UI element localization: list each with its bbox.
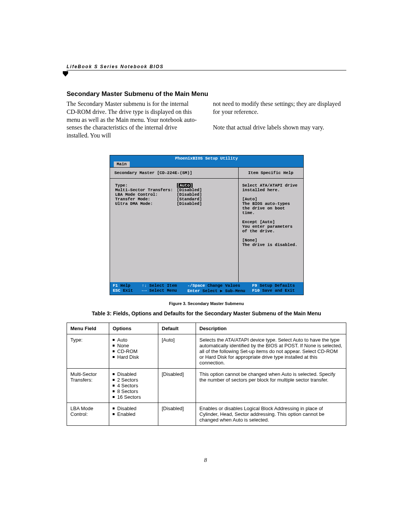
bios-footer-cell: ↑↓ Select Item (142, 283, 188, 288)
bios-param-value: [Standard] (177, 197, 202, 201)
option-item: CD-ROM (113, 348, 155, 354)
table-row: LBA Mode Control:DisabledEnabled[Disable… (67, 403, 346, 425)
th-options: Options (109, 323, 158, 334)
bios-param-row: Multi-Sector Transfers:[Disabled] (115, 188, 234, 192)
bios-sub-header: Secondary Master [CD-224E-(SM)] (110, 168, 238, 179)
bios-screenshot: PhoenixBIOS Setup Utility Main Secondary… (110, 155, 304, 295)
body-col-right: not need to modify these settings; they … (213, 100, 347, 140)
table-row: Multi-Sector Transfers:Disabled2 Sectors… (67, 368, 346, 403)
bios-param-label: Multi-Sector Transfers: (115, 188, 177, 192)
cell-default: [Auto] (158, 334, 196, 368)
bios-param-value: [Disabled] (177, 192, 202, 197)
bios-param-row: Ultra DMA Mode:[Disabled] (115, 201, 234, 206)
cell-default: [Disabled] (158, 368, 196, 403)
option-item: 2 Sectors (113, 377, 155, 383)
option-item: Disabled (113, 406, 155, 411)
th-default: Default (158, 323, 196, 334)
bios-footer-cell: ←→ Select Menu (142, 288, 188, 293)
running-head: LifeBook S Series Notebook BIOS (67, 64, 164, 69)
cell-menu-field: Multi-Sector Transfers: (67, 368, 109, 403)
bios-tab-bar: Main (110, 161, 303, 167)
options-table: Menu Field Options Default Description T… (67, 323, 346, 426)
cell-description: Selects the ATA/ATAPI device type. Selec… (196, 334, 346, 368)
body-col-left: The Secondary Master submenu is for the … (67, 100, 200, 140)
bios-footer-cell: F9 Setup Defaults (252, 283, 306, 288)
bios-param-value: [Auto] (177, 183, 193, 188)
cell-default: [Disabled] (158, 403, 196, 425)
section-title: Secondary Master Submenu of the Main Men… (67, 90, 346, 98)
bios-title: PhoenixBIOS Setup Utility (110, 155, 303, 161)
bios-footer-cell: F10 Save and Exit (252, 288, 306, 293)
page-number: 8 (0, 457, 411, 463)
bios-help-header: Item Specific Help (239, 168, 303, 179)
bios-footer-cell: -/Space Change Values (188, 283, 252, 288)
bios-param-label: Transfer Mode: (115, 197, 177, 201)
th-menu-field: Menu Field (67, 323, 109, 334)
bios-tab-main: Main (114, 161, 130, 167)
bios-param-row: LBA Mode Control:[Disabled] (115, 192, 234, 197)
option-item: Hard Disk (113, 354, 155, 360)
cell-options: DisabledEnabled (109, 403, 158, 425)
option-item: 4 Sectors (113, 383, 155, 388)
cell-options: AutoNoneCD-ROMHard Disk (109, 334, 158, 368)
bios-help-text: Select ATA/ATAPI drive installed here. [… (239, 179, 303, 282)
cell-menu-field: Type: (67, 334, 109, 368)
figure-caption: Figure 3. Secondary Master Submenu (67, 301, 346, 306)
bios-param-row: Type:[Auto] (115, 183, 234, 188)
option-item: Disabled (113, 371, 155, 377)
table-title: Table 3: Fields, Options and Defaults fo… (67, 310, 346, 316)
th-description: Description (196, 323, 346, 334)
header-arrow-icon (63, 71, 342, 77)
bios-footer-cell: Enter Select ▶ Sub-Menu (188, 288, 252, 293)
bios-footer-cell: ESC Exit (113, 288, 142, 293)
cell-menu-field: LBA Mode Control: (67, 403, 109, 425)
bios-param-value: [Disabled] (177, 188, 202, 192)
table-row: Type:AutoNoneCD-ROMHard Disk[Auto]Select… (67, 334, 346, 368)
svg-marker-0 (63, 71, 68, 77)
bios-params-panel: Type:[Auto]Multi-Sector Transfers:[Disab… (110, 179, 238, 282)
bios-param-label: Ultra DMA Mode: (115, 201, 177, 206)
option-item: 16 Sectors (113, 394, 155, 400)
bios-param-label: Type: (115, 183, 177, 188)
body-right-line-2: Note that actual drive labels shown may … (213, 124, 324, 131)
bios-footer-cell: F1 Help (113, 283, 142, 288)
bios-param-value: [Disabled] (177, 201, 202, 206)
cell-options: Disabled2 Sectors4 Sectors8 Sectors16 Se… (109, 368, 158, 403)
bios-footer: F1 Help↑↓ Select Item-/Space Change Valu… (110, 282, 303, 295)
option-item: None (113, 343, 155, 348)
bios-param-label: LBA Mode Control: (115, 192, 177, 197)
bios-param-row: Transfer Mode:[Standard] (115, 197, 234, 201)
option-item: 8 Sectors (113, 388, 155, 394)
body-right-line-1: not need to modify these settings; they … (213, 101, 341, 115)
cell-description: This option cannot be changed when Auto … (196, 368, 346, 403)
option-item: Auto (113, 337, 155, 343)
option-item: Enabled (113, 411, 155, 417)
cell-description: Enables or disables Logical Block Addres… (196, 403, 346, 425)
